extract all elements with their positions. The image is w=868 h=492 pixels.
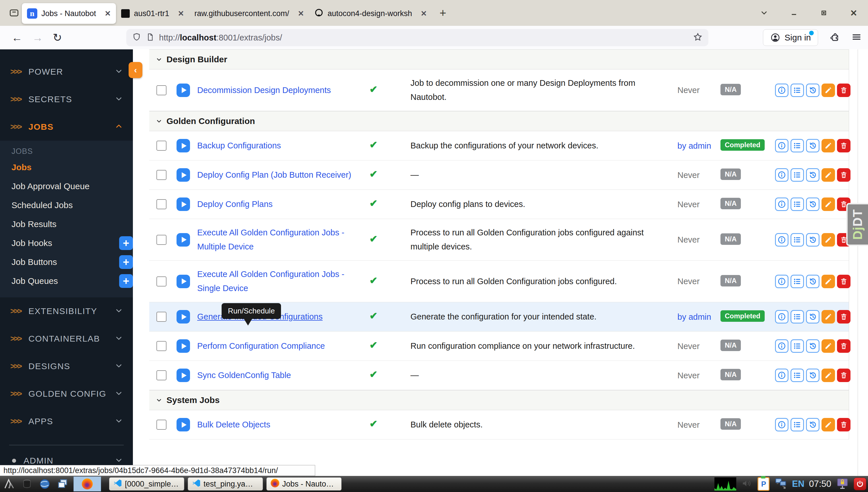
- run-job-button[interactable]: [176, 197, 190, 211]
- sidebar-item-power[interactable]: >>>POWER: [0, 58, 133, 85]
- run-job-button[interactable]: [176, 339, 190, 353]
- tab-scroll-chevron-icon[interactable]: [758, 7, 770, 19]
- section-header-golden-configuration[interactable]: Golden Configuration: [149, 111, 849, 131]
- keyboard-layout-indicator[interactable]: EN: [792, 479, 804, 489]
- page-info-icon[interactable]: [146, 33, 154, 43]
- add-button[interactable]: +: [119, 236, 133, 250]
- tab-close-icon[interactable]: ✕: [298, 9, 304, 18]
- sidebar-item-jobs[interactable]: Jobs: [0, 158, 133, 177]
- run-job-button[interactable]: [176, 275, 190, 288]
- launcher-windows-icon[interactable]: [56, 477, 70, 491]
- row-checkbox[interactable]: [156, 235, 167, 245]
- sidebar-item-job-queues[interactable]: Job Queues+: [0, 272, 133, 291]
- sidebar-item-job-hooks[interactable]: Job Hooks+: [0, 233, 133, 253]
- sidebar-item-apps[interactable]: >>>APPS: [0, 408, 133, 435]
- last-run-link[interactable]: by admin: [677, 312, 711, 321]
- edit-icon[interactable]: [821, 369, 835, 382]
- edit-icon[interactable]: [821, 275, 835, 288]
- cpu-graph-icon[interactable]: [714, 477, 736, 491]
- delete-icon[interactable]: [837, 369, 850, 382]
- job-name-link[interactable]: Execute All Golden Configuration Jobs - …: [197, 228, 344, 251]
- run-job-button[interactable]: [176, 369, 190, 382]
- section-header-system-jobs[interactable]: System Jobs: [149, 390, 849, 410]
- row-checkbox[interactable]: [156, 199, 167, 209]
- info-icon[interactable]: [775, 310, 789, 323]
- add-button[interactable]: +: [119, 255, 133, 269]
- list-icon[interactable]: [791, 168, 804, 182]
- run-job-button[interactable]: [176, 83, 190, 97]
- network-status-icon[interactable]: [774, 477, 787, 491]
- info-icon[interactable]: [775, 369, 789, 382]
- row-checkbox[interactable]: [156, 85, 167, 95]
- shield-icon[interactable]: [132, 32, 141, 43]
- power-button[interactable]: [854, 478, 866, 490]
- sidebar-item-job-results[interactable]: Job Results: [0, 215, 133, 233]
- history-icon[interactable]: [806, 139, 819, 152]
- sidebar-item-scheduled-jobs[interactable]: Scheduled Jobs: [0, 196, 133, 215]
- job-name-link[interactable]: Perform Configuration Compliance: [197, 341, 325, 350]
- run-job-button[interactable]: [176, 168, 190, 182]
- launcher-globe-icon[interactable]: [38, 477, 52, 491]
- info-icon[interactable]: [775, 139, 789, 152]
- lock-screen-icon[interactable]: [836, 477, 849, 491]
- info-icon[interactable]: [775, 233, 789, 247]
- job-name-link[interactable]: Bulk Delete Objects: [197, 420, 270, 429]
- history-icon[interactable]: [806, 339, 819, 353]
- job-name-link[interactable]: Deploy Config Plan (Job Button Receiver): [197, 170, 351, 179]
- sign-in-button[interactable]: Sign in: [763, 29, 818, 46]
- row-checkbox[interactable]: [156, 420, 167, 430]
- edit-icon[interactable]: [821, 83, 835, 97]
- last-run-link[interactable]: by admin: [677, 141, 711, 150]
- edit-icon[interactable]: [821, 233, 835, 247]
- menu-hamburger-icon[interactable]: [851, 32, 862, 43]
- job-name-link[interactable]: Backup Configurations: [197, 141, 281, 150]
- row-checkbox[interactable]: [156, 312, 167, 322]
- url-bar[interactable]: http://localhost:8001/extras/jobs/: [126, 29, 709, 46]
- edit-icon[interactable]: [821, 139, 835, 152]
- info-icon[interactable]: [775, 168, 789, 182]
- delete-icon[interactable]: [837, 139, 850, 152]
- history-icon[interactable]: [806, 83, 819, 97]
- delete-icon[interactable]: [837, 418, 850, 432]
- info-icon[interactable]: [775, 339, 789, 353]
- edit-icon[interactable]: [821, 339, 835, 353]
- run-job-button[interactable]: [176, 418, 190, 432]
- taskbar-window-button[interactable]: test_ping.yaml - ...: [188, 477, 263, 491]
- history-icon[interactable]: [806, 310, 819, 323]
- delete-icon[interactable]: [837, 339, 850, 353]
- info-icon[interactable]: [775, 418, 789, 432]
- list-icon[interactable]: [791, 310, 804, 323]
- info-icon[interactable]: [775, 83, 789, 97]
- forward-icon[interactable]: →: [32, 31, 43, 44]
- edit-icon[interactable]: [821, 418, 835, 432]
- list-icon[interactable]: [791, 369, 804, 382]
- list-icon[interactable]: [791, 275, 804, 288]
- edit-icon[interactable]: [821, 197, 835, 211]
- djdt-handle[interactable]: DjDT: [846, 203, 868, 246]
- history-icon[interactable]: [806, 418, 819, 432]
- delete-icon[interactable]: [837, 168, 850, 182]
- sidebar-item-secrets[interactable]: >>>SECRETS: [0, 85, 133, 113]
- row-checkbox[interactable]: [156, 370, 167, 380]
- job-name-link[interactable]: Generate Intended Configurations: [197, 312, 323, 321]
- list-icon[interactable]: [791, 83, 804, 97]
- launcher-menu-icon[interactable]: [2, 477, 16, 491]
- history-icon[interactable]: [806, 168, 819, 182]
- launcher-storage-icon[interactable]: [20, 477, 34, 491]
- run-job-button[interactable]: [176, 233, 190, 247]
- tab-close-icon[interactable]: ✕: [421, 9, 427, 18]
- row-checkbox[interactable]: [156, 141, 167, 151]
- delete-icon[interactable]: [837, 83, 850, 97]
- browser-tab[interactable]: autocon4-design-worksh✕: [309, 3, 432, 24]
- browser-tab[interactable]: nJobs - Nautobot✕: [22, 3, 116, 24]
- list-icon[interactable]: [791, 233, 804, 247]
- sidebar-item-job-approval-queue[interactable]: Job Approval Queue: [0, 177, 133, 196]
- tab-close-icon[interactable]: ✕: [105, 9, 111, 18]
- edit-icon[interactable]: [821, 310, 835, 323]
- sidebar-collapse-button[interactable]: ‹: [129, 62, 142, 78]
- reload-icon[interactable]: ↻: [53, 31, 62, 44]
- volume-icon[interactable]: [741, 477, 753, 491]
- add-button[interactable]: +: [119, 274, 133, 288]
- list-icon[interactable]: [791, 339, 804, 353]
- tab-close-icon[interactable]: ✕: [178, 9, 184, 18]
